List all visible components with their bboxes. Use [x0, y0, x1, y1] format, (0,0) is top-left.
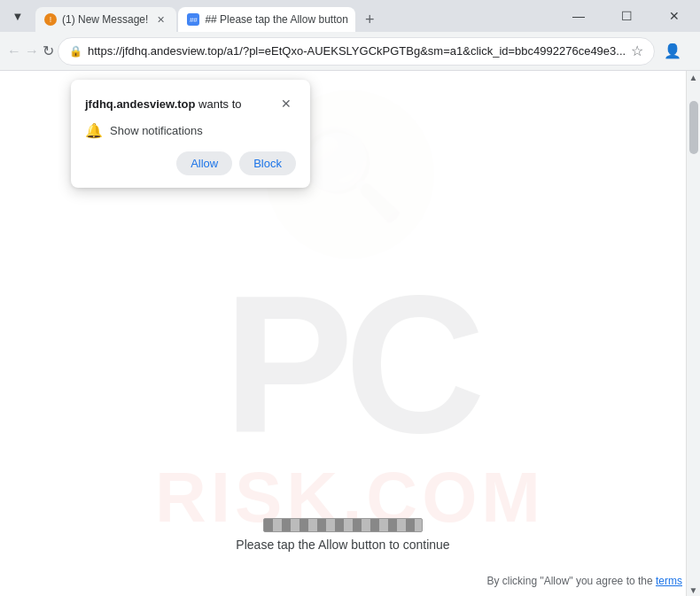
- tab-strip: ! (1) New Message! ✕ ## ## Please tap th…: [35, 0, 555, 32]
- profile-button[interactable]: 👤: [658, 37, 687, 66]
- terms-link[interactable]: terms: [656, 575, 682, 587]
- popup-buttons: Allow Block: [85, 151, 296, 175]
- tab-1-close[interactable]: ✕: [153, 12, 167, 27]
- scroll-down-arrow[interactable]: ▼: [688, 584, 700, 596]
- tab-1[interactable]: ! (1) New Message! ✕: [35, 7, 176, 32]
- progress-wrapper: Please tap the Allow button to continue: [236, 518, 449, 552]
- tab-1-favicon: !: [44, 13, 57, 26]
- forward-button[interactable]: →: [25, 37, 39, 66]
- nav-right-icons: 👤 ⋮: [658, 37, 700, 66]
- scroll-up-arrow[interactable]: ▲: [688, 71, 700, 83]
- minimize-button[interactable]: —: [558, 0, 599, 32]
- progress-bar: [263, 518, 423, 532]
- content-area: 🔍 PC RISK.COM Please tap the Allow butto…: [0, 71, 700, 596]
- popup-domain: jfdhq.andesview.top: [85, 97, 195, 111]
- bottom-notice: By clicking "Allow" you agree to the ter…: [486, 575, 682, 587]
- window-controls: — ☐ ✕: [558, 0, 695, 32]
- menu-button[interactable]: ⋮: [688, 37, 700, 66]
- reload-button[interactable]: ↻: [43, 37, 54, 66]
- back-button[interactable]: ←: [7, 37, 21, 66]
- tab-list-button[interactable]: ▼: [5, 4, 30, 28]
- tab-1-label: (1) New Message!: [62, 13, 148, 26]
- progress-text: Please tap the Allow button to continue: [236, 538, 449, 552]
- popup-wants-to: wants to: [195, 97, 241, 111]
- scrollbar[interactable]: ▲ ▼: [686, 71, 700, 596]
- tab-2[interactable]: ## ## Please tap the Allow button ✕: [178, 7, 355, 32]
- tab-2-favicon: ##: [187, 13, 199, 26]
- popup-permission-label: Show notifications: [110, 124, 203, 137]
- title-bar: ▼ ! (1) New Message! ✕ ## ## Please tap …: [0, 0, 700, 32]
- maximize-button[interactable]: ☐: [606, 0, 647, 32]
- popup-close-button[interactable]: ✕: [276, 94, 296, 113]
- browser-frame: ▼ ! (1) New Message! ✕ ## ## Please tap …: [0, 0, 700, 596]
- block-button[interactable]: Block: [239, 151, 296, 175]
- bookmark-icon[interactable]: ☆: [631, 43, 643, 59]
- popup-header: jfdhq.andesview.top wants to ✕: [85, 94, 296, 113]
- popup-title: jfdhq.andesview.top wants to: [85, 97, 242, 111]
- tab-2-close[interactable]: ✕: [354, 12, 356, 27]
- bell-icon: 🔔: [85, 122, 103, 139]
- bottom-notice-text: By clicking "Allow" you agree to the: [486, 575, 652, 587]
- new-tab-button[interactable]: +: [357, 7, 382, 32]
- address-bar[interactable]: 🔒 https://jfdhq.andesview.top/a1/?pl=eEt…: [58, 37, 655, 66]
- tab-2-label: ## Please tap the Allow button: [205, 13, 347, 26]
- close-button[interactable]: ✕: [654, 0, 695, 32]
- popup-permission-row: 🔔 Show notifications: [85, 122, 296, 139]
- lock-icon: 🔒: [69, 45, 82, 58]
- nav-bar: ← → ↻ 🔒 https://jfdhq.andesview.top/a1/?…: [0, 32, 700, 71]
- notification-popup: jfdhq.andesview.top wants to ✕ 🔔 Show no…: [71, 80, 310, 188]
- allow-button[interactable]: Allow: [176, 151, 232, 175]
- scrollbar-thumb[interactable]: [689, 101, 698, 154]
- address-text: https://jfdhq.andesview.top/a1/?pl=eEtQx…: [88, 44, 626, 58]
